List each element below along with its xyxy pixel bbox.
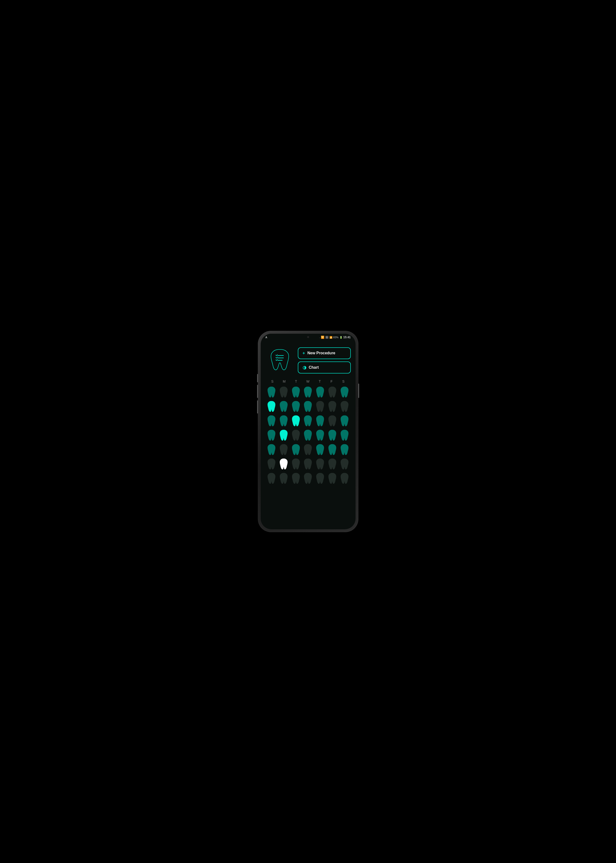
phone-frame: A ⊙ 🛜 1 📶 83% 🔋 15:41 [258,331,358,532]
chart-button[interactable]: ◑ Chart [298,362,351,373]
tooth-cell[interactable] [266,471,277,485]
tooth-cell[interactable] [302,471,314,485]
day-label: T [314,380,325,383]
tooth-cell[interactable] [314,457,326,471]
chart-label: Chart [309,365,319,370]
tooth-cell[interactable] [327,457,338,471]
tooth-cell[interactable] [290,457,302,471]
day-label: F [326,380,338,383]
tooth-cell[interactable] [290,428,302,442]
tooth-cell[interactable] [314,385,326,398]
tooth-cell[interactable] [266,414,277,427]
new-procedure-label: New Procedure [307,351,335,355]
tooth-cell[interactable] [278,443,289,456]
tooth-logo-svg [267,347,293,373]
tooth-cell[interactable] [327,443,338,456]
tooth-cell[interactable] [327,400,338,413]
status-right-area: ⊙ 🛜 1 📶 83% 🔋 15:41 [318,335,351,339]
tooth-cell[interactable] [327,428,338,442]
tooth-cell[interactable] [278,385,289,398]
plus-icon: + [303,351,305,356]
battery-percent: 83% [333,336,339,339]
volume-up-button [257,374,258,383]
tooth-cell[interactable] [266,457,277,471]
tooth-cell[interactable] [290,414,302,427]
action-buttons-area: + New Procedure ◑ Chart [298,347,351,373]
tooth-cell[interactable] [314,414,326,427]
tooth-cell[interactable] [339,385,350,398]
silent-switch [257,400,258,414]
phone-screen: A ⊙ 🛜 1 📶 83% 🔋 15:41 [261,334,355,529]
day-label: W [302,380,314,383]
tooth-cell[interactable] [339,428,350,442]
tooth-cell[interactable] [278,400,289,413]
tooth-cell[interactable] [266,385,277,398]
tooth-cell[interactable] [278,471,289,485]
tooth-cell[interactable] [314,443,326,456]
tooth-cell[interactable] [302,443,314,456]
tooth-cell[interactable] [278,457,289,471]
tooth-cell[interactable] [290,385,302,398]
tooth-cell[interactable] [278,428,289,442]
tooth-grid [266,385,351,485]
battery-icon: 🔋 [339,336,343,339]
tooth-cell[interactable] [278,414,289,427]
chart-icon: ◑ [303,365,306,370]
header-section: + New Procedure ◑ Chart [266,346,351,375]
tooth-cell[interactable] [290,400,302,413]
tooth-cell[interactable] [314,428,326,442]
tooth-cell[interactable] [314,471,326,485]
tooth-cell[interactable] [290,443,302,456]
new-procedure-button[interactable]: + New Procedure [298,347,351,359]
tooth-cell[interactable] [302,457,314,471]
tooth-cell[interactable] [339,457,350,471]
volume-down-button [257,385,258,398]
signal-icon: 📶 [330,336,332,339]
day-label: M [278,380,290,383]
tooth-cell[interactable] [327,414,338,427]
day-headers: SMTWTFS [266,380,351,383]
tooth-cell[interactable] [339,400,350,413]
tooth-cell[interactable] [302,400,314,413]
tooth-cell[interactable] [327,471,338,485]
tooth-cell[interactable] [339,471,350,485]
sim-icon: 1 [325,336,328,339]
tooth-cell[interactable] [339,443,350,456]
power-button [358,384,359,398]
day-label: S [338,380,349,383]
tooth-cell[interactable] [266,400,277,413]
tooth-cell[interactable] [266,443,277,456]
tooth-cell[interactable] [339,414,350,427]
tooth-cell[interactable] [302,428,314,442]
tooth-cell[interactable] [327,385,338,398]
tooth-cell[interactable] [302,414,314,427]
screen-content: + New Procedure ◑ Chart SMTWTFS [261,340,355,529]
app-logo [266,346,294,375]
tooth-cell[interactable] [314,400,326,413]
notch [296,334,320,340]
tooth-cell[interactable] [266,428,277,442]
wifi-icon: 🛜 [321,335,324,339]
time-display: 15:41 [343,335,351,339]
tooth-cell[interactable] [290,471,302,485]
camera [307,336,309,338]
day-label: S [267,380,278,383]
status-left-icon: A [266,336,267,339]
day-label: T [290,380,302,383]
tooth-cell[interactable] [302,385,314,398]
